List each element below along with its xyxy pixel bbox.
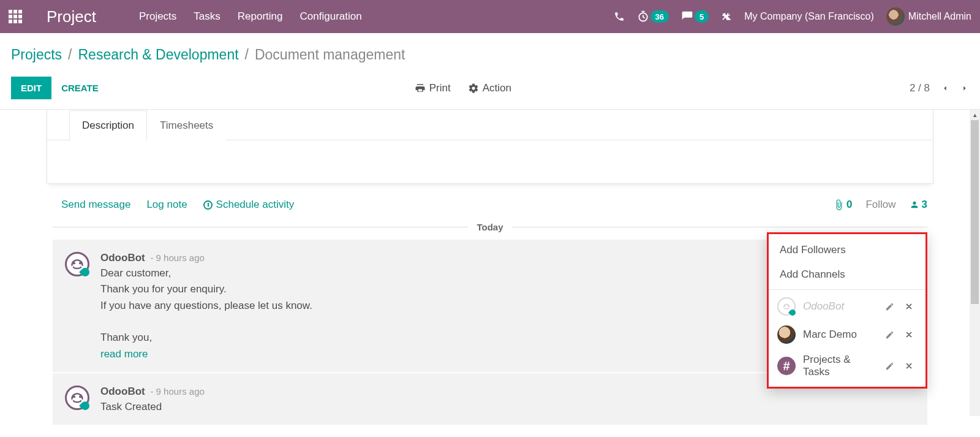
add-channels-option[interactable]: Add Channels (769, 262, 925, 287)
app-header: Project Projects Tasks Reporting Configu… (0, 0, 980, 33)
today-label: Today (477, 222, 503, 232)
pager-text: 2 / 8 (910, 82, 930, 94)
tab-description[interactable]: Description (69, 110, 147, 140)
header-right: 36 5 My Company (San Francisco) Mitchell… (614, 7, 971, 26)
edit-button[interactable]: EDIT (11, 77, 51, 99)
svg-point-6 (784, 305, 785, 306)
scroll-up-icon[interactable]: ▴ (970, 110, 980, 120)
svg-point-4 (73, 395, 75, 398)
paperclip-icon (834, 199, 845, 210)
attachments-count: 0 (846, 199, 852, 211)
breadcrumb: Projects / Research & Development / Docu… (11, 47, 969, 63)
remove-follower-icon[interactable] (905, 330, 917, 339)
svg-point-2 (73, 262, 75, 264)
follow-button[interactable]: Follow (865, 199, 895, 211)
company-switcher[interactable]: My Company (San Francisco) (744, 11, 874, 22)
clock-icon (203, 200, 213, 210)
user-name: Mitchell Admin (908, 11, 971, 22)
tabs: Description Timesheets (47, 110, 933, 140)
message-time: - 9 hours ago (150, 386, 204, 397)
breadcrumb-rnd[interactable]: Research & Development (78, 47, 238, 63)
user-avatar-icon (886, 7, 905, 26)
timer-badge: 36 (650, 10, 669, 23)
scrollbar[interactable]: ▴ (970, 110, 980, 416)
edit-follower-icon[interactable] (885, 330, 897, 340)
followers-count-value: 3 (922, 199, 927, 211)
follower-name[interactable]: OdooBot (803, 300, 878, 313)
print-label: Print (429, 82, 451, 94)
attachments-button[interactable]: 0 (834, 199, 852, 211)
pager: 2 / 8 (910, 82, 969, 94)
follower-row: Marc Demo (769, 321, 925, 349)
message-time: - 9 hours ago (150, 253, 204, 263)
chat-icon[interactable]: 5 (681, 10, 709, 23)
divider (769, 289, 925, 290)
tab-body (47, 140, 933, 183)
gear-icon (468, 83, 479, 94)
timer-icon[interactable]: 36 (637, 10, 669, 23)
nav-projects[interactable]: Projects (139, 10, 176, 23)
schedule-label: Schedule activity (216, 199, 295, 211)
app-title: Project (47, 7, 96, 26)
chat-badge: 5 (695, 10, 709, 23)
message-author: OdooBot (100, 252, 145, 264)
today-divider: Today (53, 222, 927, 232)
followers-popover: Add Followers Add Channels OdooBot Marc … (767, 232, 927, 389)
breadcrumb-sep: / (245, 47, 249, 63)
pager-next-icon[interactable] (960, 84, 969, 93)
edit-follower-icon[interactable] (885, 362, 897, 371)
phone-icon[interactable] (614, 11, 625, 22)
odoobot-avatar-icon (777, 297, 796, 316)
person-avatar-icon (777, 325, 796, 344)
schedule-activity-button[interactable]: Schedule activity (203, 199, 295, 211)
tools-icon[interactable] (721, 11, 732, 22)
log-note-button[interactable]: Log note (146, 199, 187, 211)
breadcrumb-sep: / (68, 47, 72, 63)
svg-point-7 (788, 305, 789, 306)
nav-configuration[interactable]: Configuration (300, 10, 362, 23)
chatter-right: 0 Follow 3 (834, 199, 927, 211)
follower-row: # Projects & Tasks (769, 349, 925, 383)
nav-tasks[interactable]: Tasks (194, 10, 220, 23)
scroll-thumb[interactable] (971, 120, 979, 304)
main-nav: Projects Tasks Reporting Configuration (139, 10, 362, 23)
breadcrumb-projects[interactable]: Projects (11, 47, 62, 63)
svg-point-3 (79, 262, 81, 264)
read-more-link[interactable]: read more (100, 348, 148, 360)
nav-reporting[interactable]: Reporting (238, 10, 283, 23)
message-text: Task Created (100, 399, 916, 415)
apps-grid-icon[interactable] (9, 10, 22, 23)
followers-button[interactable]: 3 (910, 199, 927, 211)
action-button[interactable]: Action (468, 82, 511, 94)
person-icon (910, 200, 919, 210)
svg-point-5 (79, 395, 81, 398)
pager-prev-icon[interactable] (941, 84, 949, 93)
remove-follower-icon[interactable] (905, 362, 917, 370)
channel-avatar-icon: # (777, 357, 796, 375)
odoobot-avatar-icon (65, 252, 89, 276)
odoobot-avatar-icon (65, 386, 89, 410)
action-label: Action (483, 82, 511, 94)
add-followers-option[interactable]: Add Followers (769, 238, 925, 262)
chatter-toolbar: Send message Log note Schedule activity … (0, 184, 980, 222)
content-area: ▴ Description Timesheets Send message Lo… (0, 110, 980, 437)
print-button[interactable]: Print (415, 82, 451, 94)
follower-name[interactable]: Marc Demo (803, 329, 878, 341)
mid-actions: Print Action (415, 82, 511, 94)
remove-follower-icon[interactable] (905, 302, 917, 311)
form-sheet: Description Timesheets (47, 110, 933, 184)
follower-name[interactable]: Projects & Tasks (803, 354, 878, 378)
edit-follower-icon[interactable] (885, 302, 897, 311)
send-message-button[interactable]: Send message (61, 199, 130, 211)
subheader: Projects / Research & Development / Docu… (0, 33, 980, 99)
user-menu[interactable]: Mitchell Admin (886, 7, 971, 26)
message-author: OdooBot (100, 386, 145, 397)
create-button[interactable]: CREATE (51, 77, 108, 99)
tab-timesheets[interactable]: Timesheets (147, 110, 226, 140)
print-icon (415, 83, 426, 94)
follower-row: OdooBot (769, 292, 925, 321)
breadcrumb-current: Document management (255, 47, 405, 63)
control-bar: EDIT CREATE Print Action 2 / 8 (11, 77, 969, 99)
